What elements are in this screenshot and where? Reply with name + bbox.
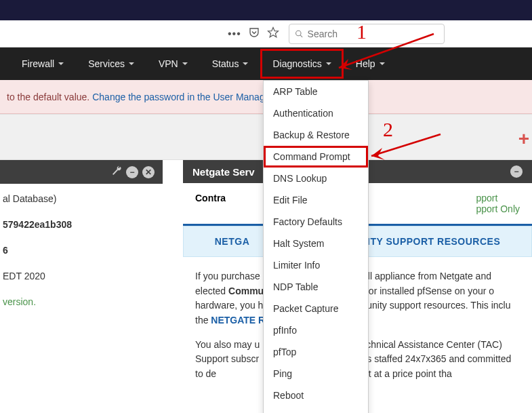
svg-marker-0	[268, 27, 278, 37]
alert-link[interactable]: Change the password in the User Manager	[92, 92, 273, 102]
browser-search-box[interactable]	[289, 24, 445, 44]
browser-tab-bar	[0, 0, 532, 20]
browser-toolbar: •••	[0, 20, 532, 47]
minimize-icon[interactable]: −	[126, 166, 138, 178]
add-widget-icon[interactable]: +	[518, 128, 529, 150]
contract-value: pport pport Only	[476, 193, 520, 214]
info-row: EDT 2020	[3, 271, 156, 281]
caret-down-icon	[380, 62, 385, 65]
wrench-icon[interactable]	[111, 165, 122, 178]
alert-text: to the default value.	[7, 92, 89, 102]
nav-status[interactable]: Status	[200, 49, 261, 79]
caret-down-icon	[129, 62, 134, 65]
dropdown-item-backup-restore[interactable]: Backup & Restore	[264, 124, 368, 146]
diagnostics-dropdown: ARP Table Authentication Backup & Restor…	[263, 80, 369, 413]
netgate-link[interactable]: NETGATE R	[211, 315, 265, 326]
dropdown-item-halt-system[interactable]: Halt System	[264, 233, 368, 254]
caret-down-icon	[58, 62, 64, 65]
main-navbar: Firewall Services VPN Status Diagnostics…	[0, 47, 532, 80]
bookmark-star-icon[interactable]	[267, 26, 279, 41]
dropdown-item-ndp-table[interactable]: NDP Table	[264, 276, 368, 298]
system-info-panel-header: − ✕	[0, 160, 163, 184]
nav-help[interactable]: Help	[344, 49, 397, 79]
more-icon[interactable]: •••	[228, 28, 241, 40]
svg-point-1	[295, 31, 300, 35]
info-row: 579422ea1b308	[3, 219, 156, 230]
system-info-body: al Database) 579422ea1b308 6 EDT 2020 ve…	[0, 184, 163, 332]
contract-label: Contra	[195, 193, 226, 214]
dropdown-item-reboot[interactable]: Reboot	[264, 385, 368, 406]
minimize-icon[interactable]: −	[510, 165, 523, 178]
nav-firewall[interactable]: Firewall	[9, 49, 76, 79]
version-link[interactable]: version.	[3, 296, 156, 307]
dropdown-item-edit-file[interactable]: Edit File	[264, 189, 368, 211]
dropdown-item-command-prompt[interactable]: Command Prompt	[264, 146, 368, 168]
caret-down-icon	[182, 62, 188, 65]
svg-line-2	[300, 35, 302, 37]
nav-diagnostics[interactable]: Diagnostics	[260, 49, 343, 79]
search-input[interactable]	[308, 28, 438, 39]
dropdown-item-limiter-info[interactable]: Limiter Info	[264, 254, 368, 276]
info-row: al Database)	[3, 193, 156, 204]
dropdown-item-arp-table[interactable]: ARP Table	[264, 81, 368, 102]
dropdown-item-factory-defaults[interactable]: Factory Defaults	[264, 211, 368, 233]
dropdown-item-ping[interactable]: Ping	[264, 363, 368, 385]
dropdown-item-pftop[interactable]: pfTop	[264, 341, 368, 363]
search-icon	[295, 29, 304, 39]
dropdown-item-authentication[interactable]: Authentication	[264, 102, 368, 124]
pocket-icon[interactable]	[248, 26, 260, 41]
caret-down-icon	[326, 62, 331, 65]
dropdown-item-pfinfo[interactable]: pfInfo	[264, 319, 368, 341]
nav-vpn[interactable]: VPN	[146, 49, 200, 79]
nav-services[interactable]: Services	[76, 49, 146, 79]
close-icon[interactable]: ✕	[142, 166, 155, 178]
info-row: 6	[3, 245, 156, 256]
caret-down-icon	[243, 62, 248, 65]
dropdown-item-routes[interactable]: Routes	[264, 406, 368, 413]
panel-title: Netgate Serv	[192, 166, 255, 178]
dropdown-item-packet-capture[interactable]: Packet Capture	[264, 298, 368, 319]
dropdown-item-dns-lookup[interactable]: DNS Lookup	[264, 168, 368, 189]
